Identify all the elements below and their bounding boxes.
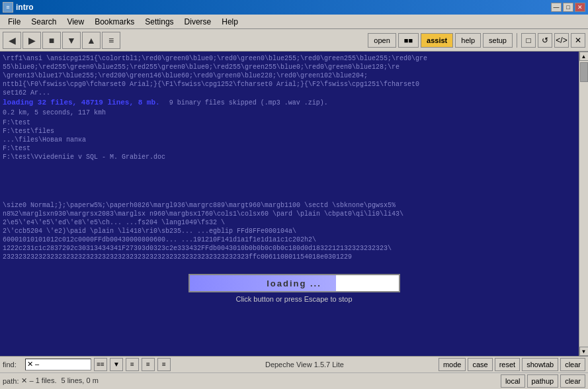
title-bar-left: ≡ intro <box>3 2 34 13</box>
path-3: F:\test <box>3 144 576 153</box>
maximize-button[interactable]: □ <box>563 3 573 12</box>
rtf-line-1: \rtf1\ansi \ansicpg1251{\colortbl1;\red0… <box>3 54 576 63</box>
path-lines: F:\test F:\test\files ...\files\Новая па… <box>3 118 576 161</box>
toolbar-menu-button[interactable]: ≡ <box>102 32 120 49</box>
rtf-line-2: 55\blue0;\red255\green0\blue255;\red255\… <box>3 63 576 71</box>
path-label: path: <box>3 377 19 385</box>
menu-bookmarks[interactable]: Bookmarks <box>89 16 140 28</box>
clear-path-button[interactable]: clear <box>560 374 585 388</box>
find-input[interactable]: ✕ – <box>25 359 91 370</box>
find-icon-2[interactable]: ▼ <box>110 358 123 371</box>
scroll-up-arrow[interactable]: ▲ <box>579 52 589 61</box>
loading-bar-container: loading ... <box>189 274 400 292</box>
view-icon-1[interactable]: □ <box>521 33 536 48</box>
reset-button[interactable]: reset <box>495 358 520 371</box>
app-icon: ≡ <box>3 2 13 13</box>
path-row: path: ✕ – 1 files. 5 lines, 0 m local pa… <box>0 373 588 389</box>
menu-bar: File Search View Bookmarks Settings Dive… <box>0 15 588 29</box>
bottom-rtf-5: 1222c231c1c2837292c30313434341F27393d032… <box>3 244 576 253</box>
scroll-down-arrow[interactable]: ▼ <box>579 347 589 356</box>
loading-bar-text: loading ... <box>267 279 321 288</box>
path-right-buttons: local pathup clear <box>501 374 585 388</box>
path-value: ✕ – 1 files. 5 lines, 0 m <box>21 376 98 385</box>
menu-view[interactable]: View <box>62 16 89 28</box>
bottom-rtf-0: \size0 Normal;};\paperw5%;\paperh0826\ma… <box>3 201 576 210</box>
close-button[interactable]: ✕ <box>575 3 585 12</box>
toolbar-back-button[interactable]: ◀ <box>3 32 21 49</box>
loading-message: loading 32 files, 48719 lines, 8 mb. 9 b… <box>3 99 576 107</box>
app-version: Depeche View 1.5.7 Lite <box>173 361 436 368</box>
menu-file[interactable]: File <box>3 16 26 28</box>
rtf-line-3: \green13\blue17\blue255;\red200\green146… <box>3 71 576 80</box>
toolbar-forward-button[interactable]: ▶ <box>22 32 41 49</box>
status-bar: find: ✕ – ≡≡ ▼ ≡ ≡ ≡ Depeche View 1.5.7 … <box>0 356 588 389</box>
rtf-line-5: set162 Ar... <box>3 89 576 97</box>
local-button[interactable]: local <box>501 374 525 388</box>
find-icon-5[interactable]: ≡ <box>157 358 171 371</box>
title-bar: ≡ intro — □ ✕ <box>0 0 588 15</box>
find-right-buttons: mode case reset showtab clear <box>439 358 585 371</box>
bottom-rtf-6: 2323232323232323232323232323232323232323… <box>3 253 576 261</box>
assist-button[interactable]: assist <box>421 33 453 48</box>
clear-find-button[interactable]: clear <box>560 358 585 371</box>
toolbar-stop-button[interactable]: ■ <box>42 32 61 49</box>
loading-stop-message[interactable]: Click button or press Escape to stop <box>189 295 400 303</box>
menu-diverse[interactable]: Diverse <box>179 16 217 28</box>
scroll-thumb[interactable] <box>580 62 588 82</box>
menu-help[interactable]: Help <box>216 16 243 28</box>
mode-button[interactable]: mode <box>439 358 466 371</box>
find-icon-1[interactable]: ≡≡ <box>94 358 107 371</box>
window-title: intro <box>16 3 34 12</box>
minimize-button[interactable]: — <box>551 3 562 12</box>
setup-button[interactable]: setup <box>483 33 513 48</box>
find-label: find: <box>3 361 22 368</box>
text-content[interactable]: \rtf1\ansi \ansicpg1251{\colortbl1;\red0… <box>0 52 579 356</box>
pathup-button[interactable]: pathup <box>527 374 559 388</box>
view-icon-4[interactable]: ✕ <box>571 33 585 48</box>
help-button[interactable]: help <box>455 33 481 48</box>
rtf-line-4: nttbl{\F0\fswiss\cpg0\fcharset0 Arial;}{… <box>3 80 576 89</box>
secondary-button[interactable]: ■■ <box>398 33 419 48</box>
toolbar-right: open ■■ assist help setup □ ↺ </> ✕ <box>368 33 585 48</box>
find-icon-3[interactable]: ≡ <box>126 358 139 371</box>
bottom-rtf-4: 60001010101012c012c0000FFdb0043000080060… <box>3 236 576 244</box>
toolbar-down-button[interactable]: ▼ <box>62 32 81 49</box>
title-bar-buttons: — □ ✕ <box>551 3 585 12</box>
bottom-rtf-1: n8%2\marglsxn930\margrsx2083\marglsx n96… <box>3 210 576 218</box>
find-icon-4[interactable]: ≡ <box>142 358 155 371</box>
case-button[interactable]: case <box>468 358 492 371</box>
toolbar-up-button[interactable]: ▲ <box>82 32 101 49</box>
toolbar: ◀ ▶ ■ ▼ ▲ ≡ open ■■ assist help setup □ … <box>0 29 588 52</box>
main-content-area: \rtf1\ansi \ansicpg1251{\colortbl1;\red0… <box>0 52 588 356</box>
menu-search[interactable]: Search <box>26 16 62 28</box>
showtab-button[interactable]: showtab <box>522 358 558 371</box>
path-1: F:\test\files <box>3 127 576 136</box>
bottom-rtf-lines: \size0 Normal;};\paperw5%;\paperh0826\ma… <box>3 201 576 261</box>
view-icon-2[interactable]: ↺ <box>538 33 552 48</box>
view-icon-3[interactable]: </> <box>554 33 569 48</box>
km-message: 0.2 km, 5 seconds, 117 kmh <box>3 108 576 117</box>
bottom-rtf-2: 2\e5\'e4\'e5\'ed\'e8\'e5\ch... ...fs204 … <box>3 218 576 227</box>
path-4: F:\test\Vviedeniie v SQL - M. Grabier.do… <box>3 153 576 161</box>
open-button[interactable]: open <box>368 33 396 48</box>
bottom-rtf-3: 2\'ccb5204 \'e2)\paid \plain \li418\ri0\… <box>3 227 576 236</box>
toolbar-separator <box>517 33 517 48</box>
path-0: F:\test <box>3 118 576 127</box>
loading-overlay: loading ... Click button or press Escape… <box>189 274 400 303</box>
scrollbar[interactable]: ▲ ▼ <box>579 52 588 356</box>
menu-settings[interactable]: Settings <box>140 16 179 28</box>
find-row: find: ✕ – ≡≡ ▼ ≡ ≡ ≡ Depeche View 1.5.7 … <box>0 357 588 373</box>
path-2: ...\files\Новая папка <box>3 136 576 144</box>
